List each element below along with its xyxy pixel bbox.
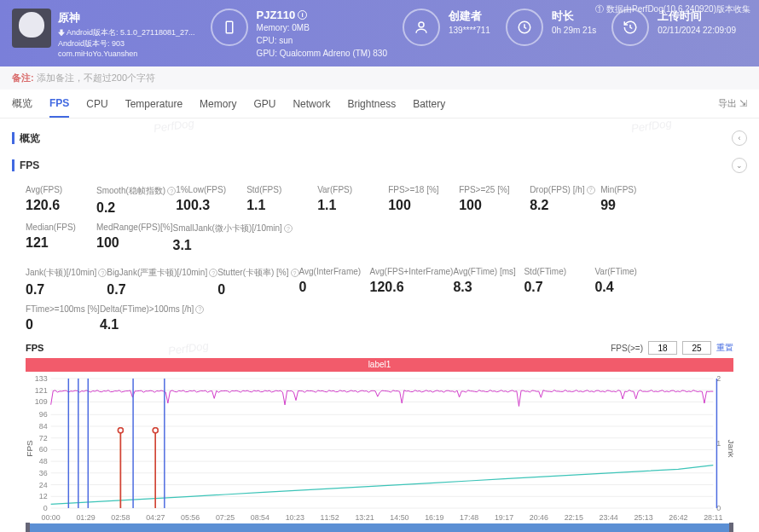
app-android-ver: Android版本名: 5.1.0_27118081_27...: [58, 27, 195, 38]
svg-text:121: 121: [35, 386, 48, 395]
clock-icon: [506, 9, 543, 46]
stat: Median(FPS)121: [26, 223, 96, 253]
help-icon[interactable]: ?: [167, 187, 176, 195]
reset-link[interactable]: 重置: [716, 342, 733, 354]
upload-value: 02/11/2024 22:09:09: [658, 24, 736, 37]
device-block: PJZ110i Memory: 0MB CPU: sun GPU: Qualco…: [211, 9, 387, 60]
stats-row-1: Avg(FPS)120.6Smooth(稳帧指数)?0.21%Low(FPS)1…: [12, 178, 747, 260]
tab-overview[interactable]: 概览: [12, 90, 32, 118]
svg-text:01:29: 01:29: [76, 513, 95, 522]
svg-text:24: 24: [39, 481, 48, 489]
stat: FPS>=25 [%]100: [459, 185, 530, 216]
tab-temperature[interactable]: Temperature: [125, 90, 183, 118]
svg-text:19:17: 19:17: [495, 513, 513, 522]
svg-text:Jank: Jank: [727, 439, 733, 457]
svg-point-1: [419, 22, 424, 27]
svg-text:26:42: 26:42: [669, 513, 687, 522]
svg-text:72: 72: [39, 434, 48, 442]
stat: Avg(InterFrame)0: [299, 267, 370, 298]
help-icon[interactable]: ?: [195, 305, 204, 314]
svg-text:02:58: 02:58: [111, 513, 130, 522]
svg-text:133: 133: [35, 374, 48, 383]
device-gpu: GPU: Qualcomm Adreno (TM) 830: [257, 47, 387, 60]
tab-gpu[interactable]: GPU: [253, 90, 275, 118]
tab-brightness[interactable]: Brightness: [347, 90, 396, 118]
svg-text:109: 109: [35, 397, 48, 406]
stat: BigJank(严重卡顿)[/10min]?0.7: [107, 267, 217, 298]
svg-text:04:27: 04:27: [146, 513, 165, 522]
export-button[interactable]: 导出 ⇲: [718, 97, 747, 110]
section-overview-header: 概览 ‹: [12, 130, 747, 146]
stat: Stutter(卡顿率) [%]?0: [217, 267, 298, 298]
export-icon: ⇲: [739, 98, 747, 109]
stat: FPS>=18 [%]100: [388, 185, 459, 216]
svg-text:17:48: 17:48: [460, 513, 478, 522]
help-icon[interactable]: ?: [291, 269, 299, 277]
svg-text:13:21: 13:21: [355, 513, 374, 522]
device-cpu: CPU: sun: [257, 34, 387, 47]
stat: Smooth(稳帧指数)?0.2: [96, 185, 176, 216]
fps-threshold-2[interactable]: [682, 341, 711, 355]
svg-point-65: [153, 428, 158, 433]
user-icon: [403, 9, 440, 46]
info-icon[interactable]: i: [298, 10, 307, 20]
stat: Drop(FPS) [/h]?8.2: [530, 185, 600, 216]
stat: Jank(卡顿)[/10min]?0.7: [26, 267, 107, 298]
creator-label: 创建者: [449, 9, 490, 24]
svg-text:11:52: 11:52: [321, 513, 339, 522]
svg-text:28:11: 28:11: [704, 513, 722, 522]
collapse-toggle[interactable]: ‹: [732, 130, 747, 146]
stat: FTime>=100ms [%]0: [26, 304, 100, 332]
svg-text:10:23: 10:23: [286, 513, 304, 522]
stat: Var(FPS)1.1: [317, 185, 388, 216]
fps-chart[interactable]: 0122436486072849610912113301200:0001:290…: [26, 373, 733, 523]
section-fps-title: FPS: [20, 159, 39, 171]
svg-text:07:25: 07:25: [216, 513, 235, 522]
chart-title: FPS: [26, 343, 43, 353]
duration-value: 0h 29m 21s: [552, 24, 596, 37]
app-android-code: Android版本号: 903: [58, 38, 195, 49]
creator-block: 创建者 139****711: [403, 9, 490, 46]
stat: Avg(FTime) [ms]8.3: [453, 267, 524, 298]
duration-label: 时长: [552, 9, 596, 24]
svg-text:36: 36: [39, 469, 48, 477]
svg-rect-0: [226, 21, 233, 33]
svg-text:60: 60: [39, 445, 48, 454]
stat: Avg(FPS+InterFrame)120.6: [370, 267, 454, 298]
note-bar[interactable]: 备注: 添加备注，不超过200个字符: [0, 66, 759, 90]
help-icon[interactable]: ?: [98, 269, 107, 277]
header: ① 数据由PerfDog(10.6.240920)版本收集 原神 Android…: [0, 0, 759, 66]
label-bar[interactable]: label1: [26, 358, 733, 372]
time-scrubber[interactable]: [26, 523, 733, 532]
help-icon[interactable]: ?: [284, 224, 293, 233]
tab-battery[interactable]: Battery: [413, 90, 445, 118]
app-block: 原神 Android版本名: 5.1.0_27118081_27... Andr…: [12, 9, 195, 60]
stat: Avg(FPS)120.6: [26, 185, 96, 216]
source-note: ① 数据由PerfDog(10.6.240920)版本收集: [595, 3, 750, 15]
svg-text:48: 48: [39, 457, 48, 466]
duration-block: 时长 0h 29m 21s: [506, 9, 596, 46]
app-name: 原神: [58, 10, 195, 26]
svg-text:0: 0: [43, 504, 48, 512]
app-package: com.miHoYo.Yuanshen: [58, 49, 195, 60]
collapse-toggle[interactable]: ⌄: [732, 158, 747, 173]
help-icon[interactable]: ?: [209, 269, 217, 277]
svg-text:05:56: 05:56: [181, 513, 200, 522]
device-memory: Memory: 0MB: [257, 21, 387, 34]
section-fps-header: FPS ⌄: [12, 158, 747, 173]
tab-bar: 概览 FPS CPU Temperature Memory GPU Networ…: [0, 90, 759, 119]
tab-fps[interactable]: FPS: [49, 90, 69, 118]
svg-text:00:00: 00:00: [42, 513, 61, 522]
svg-text:16:19: 16:19: [425, 513, 443, 522]
stat: Std(FTime)0.7: [524, 267, 594, 298]
fps-threshold-1[interactable]: [648, 341, 677, 355]
tab-network[interactable]: Network: [293, 90, 330, 118]
app-icon: [12, 9, 51, 48]
stat: SmallJank(微小卡顿)[/10min]?3.1: [172, 223, 292, 253]
tab-memory[interactable]: Memory: [200, 90, 236, 118]
stat: Std(FPS)1.1: [246, 185, 317, 216]
svg-text:20:46: 20:46: [530, 513, 548, 522]
help-icon[interactable]: ?: [587, 186, 595, 194]
note-placeholder: 添加备注，不超过200个字符: [37, 72, 155, 83]
tab-cpu[interactable]: CPU: [86, 90, 107, 118]
